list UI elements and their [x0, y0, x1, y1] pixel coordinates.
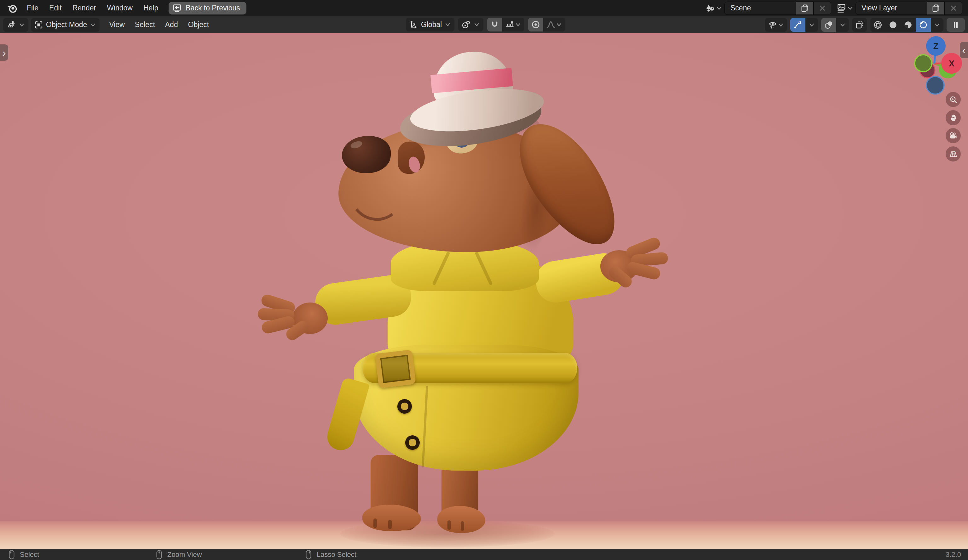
- overlays-group: [821, 18, 849, 32]
- pan-button[interactable]: [946, 110, 961, 125]
- hint-select: Select: [8, 549, 39, 560]
- menu-object[interactable]: Object: [183, 17, 214, 33]
- camera-view-button[interactable]: [946, 128, 961, 143]
- solid-sphere-icon: [888, 20, 898, 30]
- show-object-types-button[interactable]: [765, 18, 787, 32]
- back-to-previous-label: Back to Previous: [186, 4, 240, 12]
- axis-neg-z-ball[interactable]: [927, 76, 944, 94]
- menu-render[interactable]: Render: [67, 0, 101, 16]
- pivot-point-button[interactable]: [458, 18, 483, 31]
- snap-settings-button[interactable]: [502, 18, 524, 31]
- scene-browse-button[interactable]: [704, 3, 724, 13]
- chevron-down-icon: [515, 21, 522, 28]
- snap-increment-icon: [505, 20, 515, 29]
- status-bar: Select Zoom View Lasso Select 3.2.0: [0, 549, 968, 560]
- view-layer-field: View Layer: [855, 2, 962, 15]
- menu-select[interactable]: Select: [130, 17, 160, 33]
- transform-orientation-button[interactable]: Global: [406, 18, 454, 31]
- axis-neg-y-ball[interactable]: [915, 55, 932, 72]
- close-icon: [949, 4, 958, 13]
- chevron-down-icon: [473, 21, 480, 28]
- view-layer-selector: View Layer: [835, 2, 962, 15]
- menu-window[interactable]: Window: [101, 0, 138, 16]
- toolbar-expand-tab[interactable]: ›: [0, 45, 8, 61]
- mode-label: Object Mode: [46, 20, 87, 29]
- mode-selector[interactable]: Object Mode: [31, 18, 99, 32]
- monitor-back-icon: [172, 3, 182, 13]
- back-to-previous-button[interactable]: Back to Previous: [169, 2, 246, 15]
- perspective-grid-icon: [949, 150, 958, 159]
- topbar-right: Scene View Layer: [704, 2, 965, 15]
- shading-rendered-button[interactable]: [916, 18, 931, 32]
- remove-view-layer-button[interactable]: [944, 2, 962, 15]
- render-pause-button[interactable]: [946, 18, 965, 32]
- topbar: File Edit Render Window Help Back to Pre…: [0, 0, 968, 17]
- material-sphere-icon: [903, 20, 913, 30]
- overlays-icon: [824, 20, 834, 30]
- view-layer-browse-button[interactable]: [835, 3, 855, 13]
- overlays-toggle[interactable]: [821, 18, 836, 32]
- ortho-toggle-button[interactable]: [946, 146, 961, 162]
- object-types-visibility: [765, 18, 787, 32]
- left-mouse-icon: [8, 550, 15, 560]
- camera-icon: [949, 132, 958, 140]
- toe-line: [388, 520, 392, 529]
- shading-material-button[interactable]: [900, 18, 916, 32]
- orientation-axes-icon: [409, 20, 418, 29]
- wireframe-sphere-icon: [873, 20, 883, 30]
- xray-toggle[interactable]: [852, 18, 867, 32]
- zoom-button[interactable]: [946, 92, 961, 107]
- proportional-editing-toggle[interactable]: [528, 18, 543, 31]
- scene-name[interactable]: Scene: [725, 2, 796, 15]
- gizmo-arc-icon: [793, 20, 802, 30]
- gizmos-toggle[interactable]: [790, 18, 806, 32]
- view-layer-name[interactable]: View Layer: [856, 2, 927, 15]
- hint-lasso-label: Lasso Select: [317, 550, 356, 559]
- right-mouse-icon: [305, 550, 312, 560]
- menu-file[interactable]: File: [22, 0, 44, 16]
- overlays-settings-button[interactable]: [836, 18, 849, 32]
- falloff-curve-icon: [546, 20, 555, 29]
- view-layer-icon: [836, 3, 846, 13]
- snap-toggle[interactable]: [487, 18, 502, 31]
- coat-grommet: [397, 399, 412, 414]
- character-dog[interactable]: [0, 33, 968, 549]
- object-mode-icon: [34, 20, 43, 30]
- editor-type-button[interactable]: [3, 18, 28, 32]
- menu-help[interactable]: Help: [138, 0, 164, 16]
- proportional-editing-icon: [531, 20, 540, 29]
- shading-solid-button[interactable]: [885, 18, 900, 32]
- new-scene-button[interactable]: [796, 2, 813, 15]
- chevron-down-icon: [716, 5, 723, 12]
- transform-snap-group: Global: [406, 18, 565, 31]
- hint-select-label: Select: [20, 550, 39, 559]
- unlink-scene-button[interactable]: [813, 2, 831, 15]
- scene-field: Scene: [724, 2, 831, 15]
- blender-version: 3.2.0: [946, 549, 961, 560]
- shading-wireframe-button[interactable]: [870, 18, 885, 32]
- gizmos-group: [790, 18, 818, 32]
- scene-icon: [705, 3, 715, 13]
- gizmo-settings-button[interactable]: [806, 18, 818, 32]
- chevron-down-icon: [808, 21, 815, 28]
- proportional-editing-group: [528, 18, 565, 31]
- dog-nose: [342, 136, 391, 173]
- chevron-down-icon: [444, 21, 451, 28]
- chevron-down-icon: [934, 21, 941, 28]
- hint-lasso-select: Lasso Select: [305, 549, 356, 560]
- new-view-layer-button[interactable]: [927, 2, 944, 15]
- new-datablock-icon: [801, 4, 809, 13]
- 3d-viewport[interactable]: › ‹ Y X Z: [0, 33, 968, 549]
- magnet-icon: [490, 20, 499, 29]
- menu-view[interactable]: View: [104, 17, 129, 33]
- coat-grommet: [405, 435, 420, 450]
- scene-selector: Scene: [704, 2, 831, 15]
- menu-add[interactable]: Add: [160, 17, 183, 33]
- navigation-gizmo[interactable]: Y X Z: [907, 36, 968, 102]
- chevron-down-icon: [555, 21, 562, 28]
- blender-logo-icon[interactable]: [6, 3, 18, 14]
- falloff-settings-button[interactable]: [543, 18, 565, 31]
- chevron-down-icon: [839, 21, 846, 28]
- shading-settings-button[interactable]: [931, 18, 943, 32]
- menu-edit[interactable]: Edit: [44, 0, 67, 16]
